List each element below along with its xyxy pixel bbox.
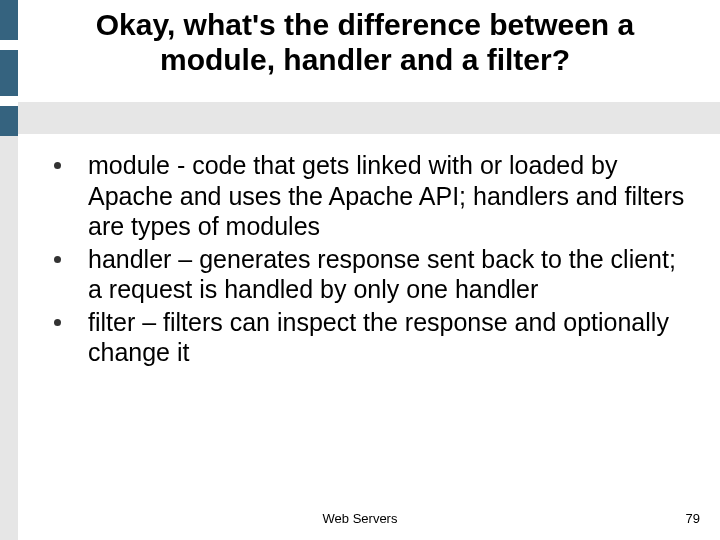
slide-title: Okay, what's the difference between a mo…: [40, 8, 690, 77]
slide: Okay, what's the difference between a mo…: [0, 0, 720, 540]
slide-title-text: Okay, what's the difference between a mo…: [96, 8, 634, 76]
slide-body: module - code that gets linked with or l…: [40, 150, 690, 370]
bullet-item: module - code that gets linked with or l…: [40, 150, 690, 242]
bullet-text: filter – filters can inspect the respons…: [88, 308, 669, 367]
rail-segment: [0, 0, 18, 40]
bullet-text: module - code that gets linked with or l…: [88, 151, 684, 240]
rail-segment: [0, 50, 18, 96]
side-rail: [0, 0, 18, 540]
page-number: 79: [686, 511, 700, 526]
rail-segment: [0, 40, 18, 50]
bullet-text: handler – generates response sent back t…: [88, 245, 676, 304]
footer-title: Web Servers: [0, 511, 720, 526]
bullet-item: filter – filters can inspect the respons…: [40, 307, 690, 368]
rail-segment: [0, 136, 18, 540]
title-highlight-bar: [18, 102, 720, 134]
rail-segment: [0, 96, 18, 106]
bullet-list: module - code that gets linked with or l…: [40, 150, 690, 368]
bullet-item: handler – generates response sent back t…: [40, 244, 690, 305]
rail-segment: [0, 106, 18, 136]
